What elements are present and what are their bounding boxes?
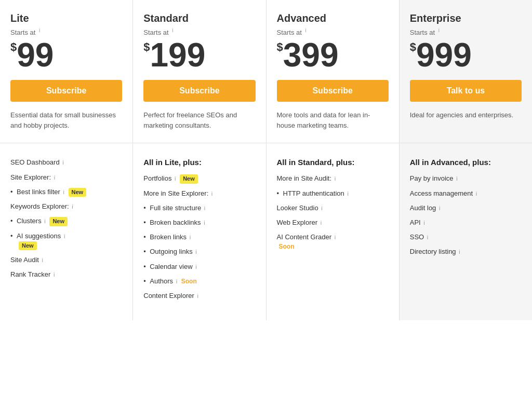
info-icon: i: [335, 234, 336, 240]
feature-ai-content-grader: AI Content Grader i Soon: [277, 233, 389, 251]
badge-soon-authors: Soon: [181, 277, 197, 286]
feature-col-enterprise: All in Advanced, plus: Pay by invoice i …: [400, 143, 532, 320]
feature-best-links: Best links filter i New: [10, 187, 122, 197]
feature-sso: SSO i: [410, 233, 522, 242]
enterprise-features-heading: All in Advanced, plus:: [410, 158, 522, 167]
subscribe-button-standard[interactable]: Subscribe: [143, 80, 255, 102]
info-icon: i: [195, 249, 196, 255]
info-icon: i: [197, 293, 198, 299]
feature-col-advanced: All in Standard, plus: More in Site Audi…: [267, 143, 400, 320]
info-icon: i: [335, 175, 336, 182]
feature-api: API i: [410, 218, 522, 227]
info-icon: i: [64, 233, 65, 239]
info-icon: i: [42, 257, 43, 263]
info-icon: i: [321, 205, 322, 211]
badge-soon-ai-content-grader: Soon: [279, 242, 295, 251]
info-icon: i: [439, 205, 440, 211]
feature-calendar-view: Calendar view i: [143, 262, 255, 271]
feature-portfolios: Portfolios i New: [143, 174, 255, 183]
feature-col-standard: All in Lite, plus: Portfolios i New More…: [133, 143, 266, 320]
feature-ai-suggestions: AI suggestions i New: [10, 231, 122, 251]
price-row-standard: $ 199: [143, 38, 255, 72]
feature-more-site-audit: More in Site Audit: i: [277, 174, 389, 183]
feature-more-site-explorer: More in Site Explorer: i: [143, 189, 255, 198]
starts-at-enterprise: Starts at i: [410, 28, 522, 36]
features-section: SEO Dashboard i Site Explorer: i Best li…: [0, 143, 532, 320]
price-row-enterprise: $ 999: [410, 38, 522, 72]
starts-at-standard: Starts at i: [143, 28, 255, 36]
feature-access-management: Access management i: [410, 189, 522, 198]
info-icon: i: [175, 175, 176, 182]
price-dollar-enterprise: $: [410, 42, 416, 53]
info-icon: i: [456, 175, 457, 182]
feature-content-explorer: Content Explorer i: [143, 291, 255, 301]
info-icon: i: [195, 264, 196, 270]
feature-col-lite: SEO Dashboard i Site Explorer: i Best li…: [0, 143, 133, 320]
price-row-lite: $ 99: [10, 38, 122, 72]
advanced-features-heading: All in Standard, plus:: [277, 158, 389, 167]
plan-description-advanced: More tools and data for lean in-house ma…: [277, 110, 389, 130]
info-icon-advanced: i: [305, 28, 307, 33]
starts-at-advanced: Starts at i: [277, 28, 389, 36]
info-icon: i: [423, 220, 424, 226]
feature-clusters: Clusters i New: [10, 216, 122, 226]
feature-web-explorer: Web Explorer i: [277, 218, 389, 227]
feature-keywords-explorer: Keywords Explorer: i: [10, 202, 122, 211]
price-dollar-lite: $: [10, 42, 17, 53]
plan-name-enterprise: Enterprise: [410, 12, 522, 24]
info-icon: i: [190, 234, 191, 240]
badge-new-best-links: New: [69, 188, 87, 197]
info-icon: i: [347, 190, 348, 197]
feature-directory-listing: Directory listing i: [410, 247, 522, 256]
badge-new-ai-suggestions: New: [19, 241, 37, 250]
info-icon: i: [204, 220, 205, 226]
subscribe-button-advanced[interactable]: Subscribe: [277, 80, 389, 102]
feature-pay-by-invoice: Pay by invoice i: [410, 174, 522, 183]
pricing-cards: Lite Starts at i $ 99 Subscribe Essentia…: [0, 0, 532, 143]
price-dollar-standard: $: [143, 42, 150, 53]
price-dollar-advanced: $: [277, 42, 283, 53]
plan-description-enterprise: Ideal for agencies and enterprises.: [410, 110, 522, 120]
badge-new-clusters: New: [49, 217, 68, 226]
plan-description-standard: Perfect for freelance SEOs and marketing…: [143, 110, 255, 130]
info-icon: i: [211, 190, 212, 197]
info-icon-standard: i: [172, 28, 173, 33]
price-amount-enterprise: 999: [416, 38, 472, 72]
feature-seo-dashboard: SEO Dashboard i: [10, 158, 122, 167]
feature-looker-studio: Looker Studio i: [277, 203, 389, 213]
info-icon: i: [63, 189, 64, 195]
info-icon: i: [44, 218, 45, 224]
price-amount-advanced: 399: [283, 38, 339, 72]
feature-audit-log: Audit log i: [410, 203, 522, 213]
feature-broken-links: Broken links i: [143, 233, 255, 242]
feature-broken-backlinks: Broken backlinks i: [143, 218, 255, 227]
info-icon: i: [476, 190, 477, 197]
info-icon: i: [176, 278, 177, 284]
plan-description-lite: Essential data for small businesses and …: [10, 110, 122, 130]
feature-site-explorer: Site Explorer: i: [10, 173, 122, 182]
info-icon: i: [62, 159, 63, 166]
feature-outgoing-links: Outgoing links i: [143, 247, 255, 256]
feature-http-authentication: HTTP authentication i: [277, 189, 389, 198]
info-icon: i: [72, 203, 73, 210]
talk-to-us-button[interactable]: Talk to us: [410, 80, 522, 102]
info-icon: i: [54, 271, 55, 278]
info-icon: i: [321, 220, 322, 226]
plan-name-lite: Lite: [10, 12, 122, 24]
feature-authors: Authors i Soon: [143, 277, 255, 286]
price-amount-lite: 99: [17, 38, 54, 72]
feature-site-audit: Site Audit i: [10, 255, 122, 265]
plan-name-standard: Standard: [143, 12, 255, 24]
price-amount-standard: 199: [150, 38, 206, 72]
plan-card-lite: Lite Starts at i $ 99 Subscribe Essentia…: [0, 0, 133, 143]
info-icon: i: [54, 174, 55, 181]
info-icon: i: [427, 234, 428, 240]
info-icon: i: [459, 249, 460, 255]
info-icon: i: [204, 205, 205, 211]
info-icon-lite: i: [39, 28, 40, 33]
plan-card-advanced: Advanced Starts at i $ 399 Subscribe Mor…: [267, 0, 400, 143]
plan-card-standard: Standard Starts at i $ 199 Subscribe Per…: [133, 0, 266, 143]
standard-features-heading: All in Lite, plus:: [143, 158, 255, 167]
badge-new-portfolios: New: [180, 174, 198, 183]
subscribe-button-lite[interactable]: Subscribe: [10, 80, 122, 102]
